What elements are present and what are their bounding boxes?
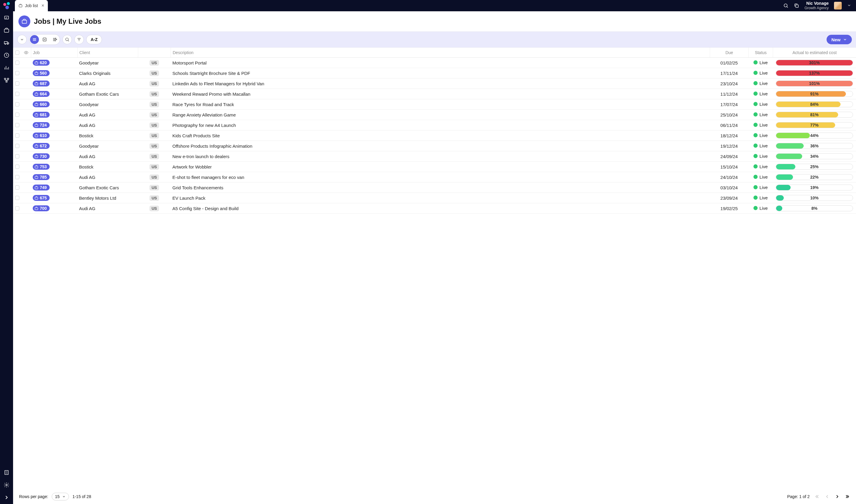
country-badge: US	[149, 133, 159, 139]
job-pill[interactable]: 560	[33, 70, 50, 76]
country-badge: US	[149, 154, 159, 159]
table-row[interactable]: 560 Clarks Originals US Schools Startrig…	[13, 68, 856, 78]
job-pill[interactable]: 672	[33, 143, 50, 149]
svg-point-22	[25, 52, 27, 53]
row-checkbox[interactable]	[15, 60, 19, 65]
status-label: Live	[760, 164, 768, 169]
status-label: Live	[760, 122, 768, 127]
row-checkbox[interactable]	[15, 206, 19, 211]
table-row[interactable]: 681 Audi AG US Range Anxiety Alleviation…	[13, 110, 856, 120]
tab-job-list[interactable]: Job list ×	[15, 0, 48, 11]
svg-rect-26	[35, 93, 38, 95]
chevron-down-icon[interactable]	[847, 3, 851, 8]
view-board-button[interactable]	[40, 35, 49, 44]
close-icon[interactable]: ×	[41, 3, 44, 8]
job-pill[interactable]: 749	[33, 184, 50, 191]
cost-percent: 81%	[810, 112, 819, 117]
client-name: Audi AG	[79, 112, 95, 118]
svg-rect-28	[35, 114, 38, 116]
sort-button[interactable]: A-Z	[86, 35, 102, 44]
view-list-button[interactable]	[30, 35, 39, 44]
status-label: Live	[760, 60, 768, 65]
nav-workflow-icon[interactable]	[3, 77, 10, 83]
prev-page-button[interactable]	[824, 494, 830, 499]
search-button[interactable]	[63, 35, 72, 44]
client-name: Audi AG	[79, 81, 95, 86]
job-pill[interactable]: 730	[33, 154, 50, 159]
table-row[interactable]: 753 Bostick US Artwork for Wobbler 15/10…	[13, 162, 856, 172]
table-row[interactable]: 785 Audi AG US E-shot to fleet managers …	[13, 172, 856, 182]
select-all-checkbox[interactable]	[15, 51, 19, 55]
row-checkbox[interactable]	[15, 113, 19, 117]
row-checkbox[interactable]	[15, 123, 19, 127]
country-badge: US	[149, 143, 159, 149]
job-pill[interactable]: 681	[33, 112, 50, 118]
status-dot-icon	[753, 102, 757, 106]
due-date: 06/11/24	[720, 123, 738, 128]
cost-percent: 19%	[810, 185, 819, 190]
last-page-button[interactable]	[845, 494, 850, 499]
cost-progress: 137%	[776, 70, 853, 76]
status-label: Live	[760, 81, 768, 86]
job-pill[interactable]: 675	[33, 195, 50, 201]
row-checkbox[interactable]	[15, 185, 19, 190]
job-pill[interactable]: 753	[33, 164, 50, 170]
table-row[interactable]: 687 Audi AG US Linkedin Ads to Fleet Man…	[13, 78, 856, 89]
row-checkbox[interactable]	[15, 165, 19, 169]
table-row[interactable]: 730 Audi AG US New e-tron launch to deal…	[13, 151, 856, 162]
search-icon	[65, 37, 70, 42]
row-checkbox[interactable]	[15, 92, 19, 96]
row-checkbox[interactable]	[15, 175, 19, 179]
due-date: 11/12/24	[720, 92, 738, 96]
job-pill[interactable]: 620	[33, 60, 50, 66]
first-page-button[interactable]	[815, 494, 820, 499]
row-checkbox[interactable]	[15, 144, 19, 148]
nav-settings-icon[interactable]	[3, 482, 10, 488]
nav-expand-icon[interactable]	[3, 494, 10, 501]
row-checkbox[interactable]	[15, 196, 19, 200]
table-row[interactable]: 660 Goodyear US Race Tyres for Road and …	[13, 99, 856, 110]
nav-time-icon[interactable]	[3, 52, 10, 58]
filter-button[interactable]	[74, 35, 84, 44]
nav-delivery-icon[interactable]	[3, 40, 10, 46]
job-pill[interactable]: 664	[33, 91, 50, 97]
job-pill[interactable]: 610	[33, 132, 50, 139]
table-row[interactable]: 610 Bostick US Kids Craft Products Site …	[13, 130, 856, 141]
job-pill[interactable]: 700	[33, 205, 50, 211]
avatar[interactable]	[834, 2, 842, 10]
row-checkbox[interactable]	[15, 71, 19, 75]
page-size-select[interactable]: 15	[52, 493, 69, 501]
row-checkbox[interactable]	[15, 102, 19, 106]
row-checkbox[interactable]	[15, 154, 19, 158]
table-row[interactable]: 675 Bentley Motors Ltd US EV Launch Pack…	[13, 193, 856, 203]
job-pill[interactable]: 724	[33, 122, 50, 128]
row-checkbox[interactable]	[15, 82, 19, 86]
search-icon[interactable]	[783, 3, 788, 8]
job-pill[interactable]: 660	[33, 101, 50, 107]
svg-rect-24	[35, 72, 38, 74]
table-row[interactable]: 620 Goodyear US Motorsport Portal 01/02/…	[13, 58, 856, 68]
view-timeline-button[interactable]	[50, 35, 59, 44]
svg-rect-11	[4, 78, 6, 79]
timeline-icon	[52, 37, 57, 42]
job-pill[interactable]: 687	[33, 80, 50, 87]
nav-reports-icon[interactable]	[3, 65, 10, 71]
table-row[interactable]: 749 Gotham Exotic Cars US Grid Tools Enh…	[13, 182, 856, 193]
table-row[interactable]: 672 Goodyear US Offshore Products Infogr…	[13, 141, 856, 151]
nav-jobs-icon[interactable]	[3, 27, 10, 33]
collapse-button[interactable]	[17, 35, 27, 44]
table-row[interactable]: 664 Gotham Exotic Cars US Weekend Reward…	[13, 89, 856, 99]
nav-company-icon[interactable]	[3, 469, 10, 475]
client-name: Goodyear	[79, 60, 99, 65]
job-number: 681	[40, 112, 47, 117]
status-dot-icon	[753, 144, 757, 148]
copy-icon[interactable]	[794, 3, 799, 8]
table-row[interactable]: 700 Audi AG US A5 Config Site - Design a…	[13, 203, 856, 214]
table-row[interactable]: 724 Audi AG US Photography for new A4 La…	[13, 120, 856, 130]
next-page-button[interactable]	[835, 494, 840, 499]
row-checkbox[interactable]	[15, 133, 19, 138]
eye-icon[interactable]	[24, 50, 29, 55]
job-pill[interactable]: 785	[33, 174, 50, 180]
nav-dashboard-icon[interactable]	[3, 15, 10, 21]
new-button[interactable]: New	[826, 35, 852, 44]
